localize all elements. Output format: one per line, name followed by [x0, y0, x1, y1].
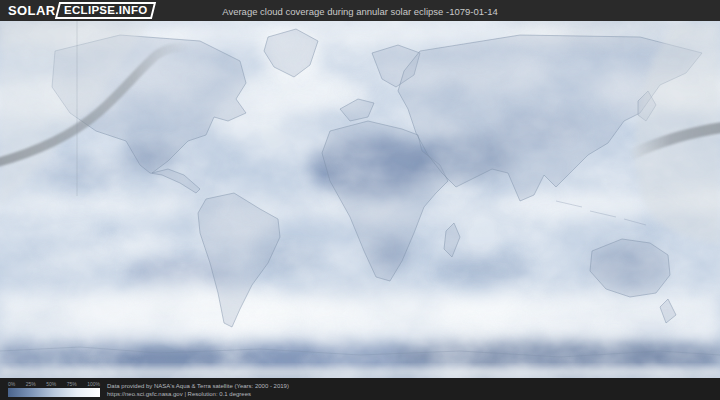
credit-line-1: Data provided by NASA's Aqua & Terra sat…: [107, 382, 289, 390]
legend-tick: 0%: [8, 381, 15, 387]
logo-text-eclipse-info: ECLIPSE.INFO: [64, 4, 147, 17]
legend-tick: 75%: [67, 381, 77, 387]
top-bar: SOLAR ECLIPSE.INFO Average cloud coverag…: [0, 0, 720, 21]
site-logo[interactable]: SOLAR ECLIPSE.INFO: [8, 2, 154, 19]
legend-tick: 100%: [87, 381, 100, 387]
legend-tick: 25%: [26, 381, 36, 387]
logo-badge: ECLIPSE.INFO: [54, 2, 156, 19]
cloud-coverage-legend: 0% 25% 50% 75% 100%: [8, 381, 100, 397]
cloud-coverage-map: [0, 21, 720, 378]
credit-line-2: https://neo.sci.gsfc.nasa.gov | Resoluti…: [107, 390, 289, 398]
bottom-bar: 0% 25% 50% 75% 100% Data provided by NAS…: [0, 378, 720, 400]
data-credits: Data provided by NASA's Aqua & Terra sat…: [107, 381, 289, 398]
legend-tick-labels: 0% 25% 50% 75% 100%: [8, 381, 100, 387]
legend-tick: 50%: [46, 381, 56, 387]
page-title: Average cloud coverage during annular so…: [222, 5, 498, 16]
map-haze: [0, 21, 720, 378]
legend-gradient-bar: [8, 388, 100, 397]
world-map-svg: [0, 21, 720, 378]
logo-text-solar: SOLAR: [8, 3, 56, 18]
